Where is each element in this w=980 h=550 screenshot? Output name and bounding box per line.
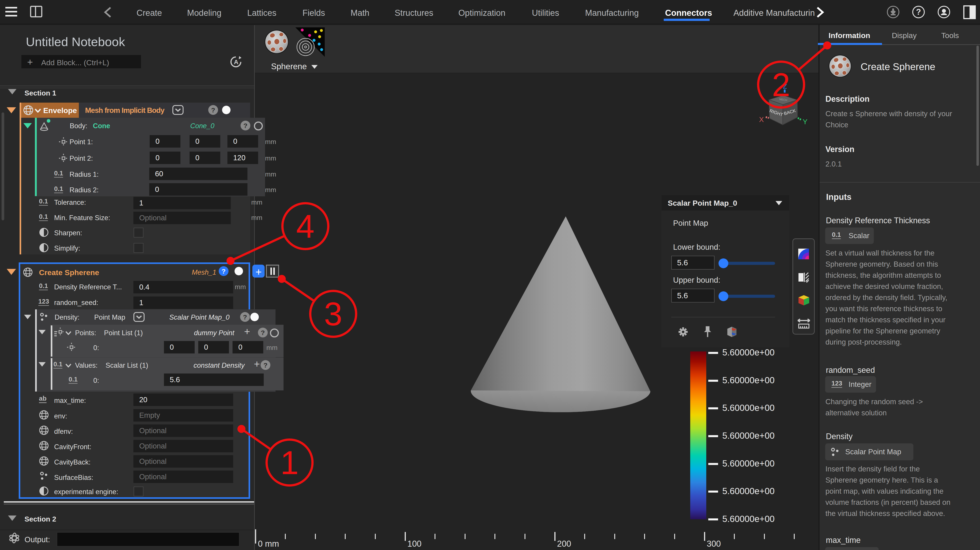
- svg-text:?: ?: [916, 7, 921, 16]
- svg-text:1: 1: [280, 444, 299, 481]
- svg-text:Y: Y: [803, 118, 807, 126]
- svg-text:X: X: [759, 116, 764, 124]
- svg-text:3: 3: [324, 296, 342, 332]
- svg-text:4: 4: [296, 208, 315, 245]
- svg-text:A: A: [234, 59, 238, 65]
- svg-text:Z: Z: [783, 82, 787, 90]
